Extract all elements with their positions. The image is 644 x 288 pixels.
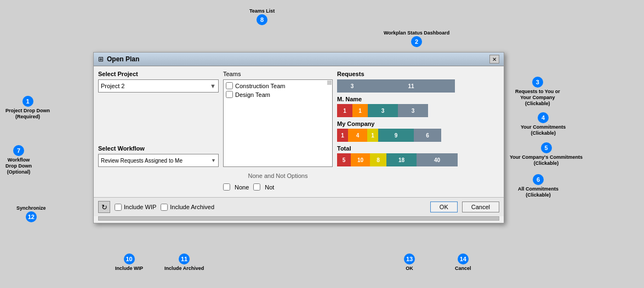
total-bar-row[interactable]: 5 10 8 18 40 (337, 153, 499, 166)
requests-label: Requests (337, 71, 499, 77)
total-seg-2: 10 (351, 153, 370, 166)
mname-bar-row[interactable]: 1 1 3 3 (337, 104, 499, 117)
annotation-13: 13 OK (404, 254, 415, 272)
annotation-bubble-13: 13 (404, 254, 415, 264)
synchronize-button[interactable]: ↻ (98, 201, 110, 213)
annotation-11: 11 Include Archived (164, 254, 204, 272)
design-team-label: Design Team (235, 91, 270, 98)
annotation-label-8: Teams List (249, 8, 275, 14)
team-item-construction: Construction Team (226, 82, 330, 89)
annotation-8: Teams List 8 (249, 8, 275, 26)
none-checkbox[interactable] (223, 183, 230, 191)
mname-label: M. Name (337, 96, 499, 102)
not-checkbox[interactable] (253, 183, 260, 191)
annotation-bubble-3: 3 (532, 77, 543, 88)
include-wip-label: Include WIP (124, 204, 156, 210)
annotation-12: Synchronize 12 (16, 205, 46, 223)
annotation-label-10: Include WIP (115, 266, 143, 272)
total-seg-5: 40 (417, 153, 458, 166)
teams-label: Teams (223, 71, 333, 77)
workflow-value: Review Requests Assigned to Me (101, 158, 183, 164)
requests-bar[interactable]: 3 11 (337, 79, 458, 93)
annotation-7: 7 WorkflowDrop Down(Optional) (5, 145, 32, 175)
workflow-dropdown-arrow: ▼ (211, 158, 216, 163)
requests-bar-row[interactable]: 3 11 (337, 79, 499, 93)
mycompany-bar[interactable]: 1 4 1 9 6 (337, 129, 458, 142)
dialog-icon: ⊞ (98, 55, 104, 63)
mycompany-seg-2: 4 (348, 129, 367, 142)
none-label: None (235, 184, 249, 191)
mycompany-seg-1: 1 (337, 129, 348, 142)
total-bar[interactable]: 5 10 8 18 40 (337, 153, 463, 166)
open-plan-dialog: ⊞ Open Plan ✕ Select Project Project 2 ▼… (93, 52, 504, 223)
project-dropdown[interactable]: Project 2 ▼ (98, 79, 219, 93)
team-item-design: Design Team (226, 91, 330, 98)
mycompany-bar-row[interactable]: 1 4 1 9 6 (337, 129, 499, 142)
requests-seg-2: 11 (367, 79, 455, 93)
none-not-label: None and Not Options (223, 167, 333, 181)
annotation-5: 5 Your Company's Commitments(Clickable) (510, 142, 583, 166)
include-archived-group: Include Archived (161, 204, 214, 211)
none-not-checkboxes: None Not (223, 181, 333, 193)
dialog-title: Open Plan (107, 55, 139, 63)
total-label: Total (337, 145, 499, 152)
mname-seg-2: 1 (352, 104, 368, 117)
mname-bar[interactable]: 1 1 3 3 (337, 104, 458, 117)
annotation-bubble-4: 4 (538, 112, 549, 123)
annotation-3: 3 Requests to You orYour Company(Clickab… (515, 77, 560, 106)
workflow-dropdown[interactable]: Review Requests Assigned to Me ▼ (98, 154, 219, 167)
annotation-label-6: All Commitments(Clickable) (518, 186, 558, 198)
teams-list-box: Construction Team Design Team (223, 79, 333, 167)
include-archived-label: Include Archived (170, 204, 214, 210)
dialog-bottom: ↻ Include WIP Include Archived OK Cancel (94, 197, 504, 216)
construction-team-checkbox[interactable] (226, 82, 233, 89)
total-seg-1: 5 (337, 153, 351, 166)
include-wip-group: Include WIP (115, 204, 156, 211)
annotation-2: Workplan Status Dashboard 2 (384, 30, 449, 48)
project-value: Project 2 (101, 83, 124, 89)
annotation-4: 4 Your Commitments(Clickable) (521, 112, 566, 136)
project-dropdown-arrow: ▼ (210, 83, 216, 89)
annotation-bubble-7: 7 (13, 145, 24, 156)
annotation-bubble-11: 11 (179, 254, 190, 264)
annotation-1: 1 Project Drop Down(Required) (5, 96, 50, 120)
annotation-bubble-5: 5 (541, 142, 552, 153)
annotation-14: 14 Cancel (455, 254, 471, 272)
mycompany-seg-3: 1 (367, 129, 378, 142)
left-panel: Select Project Project 2 ▼ Select Workfl… (98, 71, 219, 193)
construction-team-label: Construction Team (235, 83, 286, 89)
ok-button[interactable]: OK (430, 201, 458, 212)
title-left: ⊞ Open Plan (98, 55, 139, 63)
annotation-bubble-10: 10 (124, 254, 135, 264)
annotation-bubble-6: 6 (533, 174, 544, 185)
mycompany-seg-4: 9 (378, 129, 414, 142)
annotation-label-1: Project Drop Down(Required) (5, 108, 50, 120)
annotation-bubble-12: 12 (26, 211, 37, 222)
close-button[interactable]: ✕ (489, 55, 499, 64)
annotation-label-12: Synchronize (16, 205, 46, 211)
mname-seg-4: 3 (398, 104, 428, 117)
dialog-titlebar: ⊞ Open Plan ✕ (94, 53, 504, 66)
include-wip-checkbox[interactable] (115, 204, 122, 211)
design-team-checkbox[interactable] (226, 91, 233, 98)
annotation-bubble-8: 8 (257, 14, 267, 25)
annotation-label-5: Your Company's Commitments(Clickable) (510, 154, 583, 166)
mycompany-label: My Company (337, 120, 499, 127)
right-panel: Requests 3 11 M. Name 1 1 3 3 My Company (337, 71, 499, 193)
annotation-10: 10 Include WIP (115, 254, 143, 272)
total-seg-3: 8 (370, 153, 386, 166)
annotation-label-2: Workplan Status Dashboard (384, 30, 449, 36)
annotation-bubble-1: 1 (22, 96, 33, 107)
progress-bar (98, 216, 499, 221)
dialog-body: Select Project Project 2 ▼ Select Workfl… (94, 66, 504, 197)
annotation-label-13: OK (406, 266, 413, 272)
cancel-button[interactable]: Cancel (462, 201, 499, 212)
include-archived-checkbox[interactable] (161, 204, 168, 211)
total-seg-4: 18 (386, 153, 417, 166)
mname-seg-3: 3 (368, 104, 398, 117)
mycompany-seg-5: 6 (414, 129, 441, 142)
resize-handle[interactable] (327, 80, 332, 85)
annotation-label-3: Requests to You orYour Company(Clickable… (515, 89, 560, 106)
mname-seg-1: 1 (337, 104, 352, 117)
annotation-bubble-2: 2 (411, 36, 422, 47)
